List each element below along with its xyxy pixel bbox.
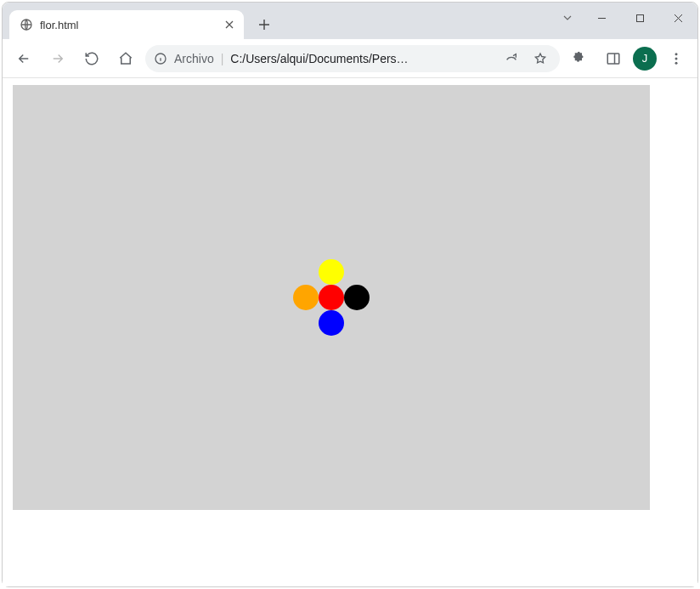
address-bar[interactable]: Archivo | C:/Users/alqui/Documents/Pers…	[145, 45, 560, 72]
back-button[interactable]	[9, 44, 38, 73]
page-viewport[interactable]	[3, 78, 697, 586]
petal-bottom	[319, 310, 344, 336]
profile-initial: J	[642, 52, 648, 65]
browser-tab[interactable]: flor.html	[9, 10, 244, 39]
window-minimize-button[interactable]	[583, 3, 621, 33]
share-icon[interactable]	[500, 48, 522, 70]
petal-left	[293, 285, 319, 310]
petal-center	[319, 285, 344, 310]
url-scheme-label: Archivo	[174, 52, 214, 65]
profile-avatar[interactable]: J	[633, 47, 657, 71]
window-controls	[552, 3, 697, 33]
flower-shape	[319, 285, 344, 310]
browser-window: flor.html	[2, 2, 698, 587]
svg-point-6	[675, 61, 678, 64]
home-button[interactable]	[111, 44, 140, 73]
window-close-button[interactable]	[659, 3, 697, 33]
svg-point-5	[675, 57, 678, 59]
bookmark-star-icon[interactable]	[529, 48, 551, 70]
menu-button[interactable]	[662, 44, 691, 73]
globe-icon	[20, 18, 33, 31]
url-separator: |	[221, 52, 224, 65]
reload-button[interactable]	[77, 44, 106, 73]
svg-rect-1	[637, 14, 644, 21]
url-path: C:/Users/alqui/Documents/Pers…	[230, 52, 494, 65]
forward-button[interactable]	[43, 44, 72, 73]
canvas-area	[13, 85, 650, 510]
window-maximize-button[interactable]	[621, 3, 659, 33]
toolbar: Archivo | C:/Users/alqui/Documents/Pers……	[3, 39, 697, 78]
info-icon[interactable]	[154, 52, 167, 65]
petal-right	[344, 285, 370, 310]
svg-rect-3	[607, 54, 619, 64]
tab-title: flor.html	[40, 19, 222, 31]
extensions-icon[interactable]	[565, 44, 594, 73]
tab-close-button[interactable]	[222, 17, 237, 32]
titlebar: flor.html	[3, 3, 697, 39]
chevron-down-icon[interactable]	[552, 3, 583, 33]
sidepanel-icon[interactable]	[599, 44, 628, 73]
new-tab-button[interactable]	[252, 13, 276, 37]
petal-top	[319, 259, 344, 285]
svg-point-4	[675, 53, 678, 55]
